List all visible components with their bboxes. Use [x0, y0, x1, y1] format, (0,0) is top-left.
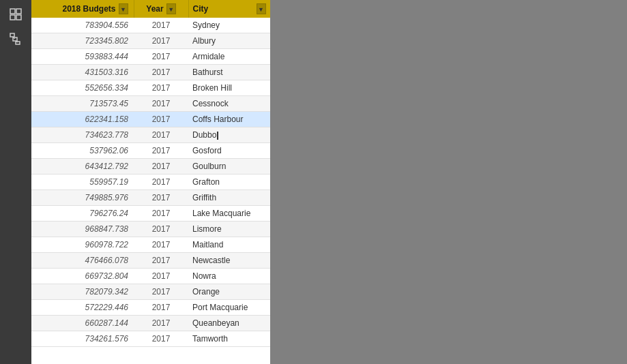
budget-cell: 559957.19	[31, 175, 134, 190]
table-body: 783904.5562017Sydney723345.8022017Albury…	[31, 18, 270, 347]
table-row[interactable]: 734623.7782017Dubbo	[31, 127, 270, 143]
city-cell: Bathurst	[188, 65, 270, 80]
right-panel	[270, 0, 627, 364]
city-cell: Queanbeyan	[188, 316, 270, 331]
year-cell: 2017	[134, 237, 188, 253]
budget-cell: 431503.316	[31, 65, 134, 80]
budget-cell: 643412.792	[31, 159, 134, 175]
city-cell: Armidale	[188, 49, 270, 65]
budget-cell: 593883.444	[31, 49, 134, 65]
budget-cell: 476466.078	[31, 253, 134, 269]
data-table: 2018 Budgets ▼ Year ▼ City ▼	[31, 0, 270, 347]
budget-cell: 968847.738	[31, 222, 134, 237]
table-row[interactable]: 669732.8042017Nowra	[31, 269, 270, 284]
budget-cell: 796276.24	[31, 206, 134, 222]
svg-rect-0	[10, 9, 15, 14]
table-row[interactable]: 431503.3162017Bathurst	[31, 65, 270, 80]
year-cell: 2017	[134, 65, 188, 80]
table-row[interactable]: 593883.4442017Armidale	[31, 49, 270, 65]
year-cell: 2017	[134, 331, 188, 347]
city-cell: Maitland	[188, 237, 270, 253]
budget-cell: 734261.576	[31, 331, 134, 347]
year-cell: 2017	[134, 316, 188, 331]
city-cell: Newcastle	[188, 253, 270, 269]
budget-cell: 960978.722	[31, 237, 134, 253]
svg-rect-3	[16, 15, 21, 20]
city-cell: Coffs Harbour	[188, 112, 270, 127]
table-row[interactable]: 552656.3342017Broken Hill	[31, 80, 270, 96]
year-column-label: Year	[146, 4, 163, 14]
city-cell: Tamworth	[188, 331, 270, 347]
table-row[interactable]: 713573.452017Cessnock	[31, 96, 270, 112]
year-cell: 2017	[134, 300, 188, 316]
city-cell: Broken Hill	[188, 80, 270, 96]
year-cell: 2017	[134, 253, 188, 269]
data-table-container[interactable]: 2018 Budgets ▼ Year ▼ City ▼	[31, 0, 270, 364]
table-header-row: 2018 Budgets ▼ Year ▼ City ▼	[31, 0, 270, 18]
svg-rect-2	[10, 15, 15, 20]
year-cell: 2017	[134, 190, 188, 206]
year-cell: 2017	[134, 143, 188, 159]
budget-cell: 660287.144	[31, 316, 134, 331]
year-cell: 2017	[134, 49, 188, 65]
city-cell: Nowra	[188, 269, 270, 284]
year-cell: 2017	[134, 206, 188, 222]
text-cursor	[217, 132, 218, 140]
table-row[interactable]: 572229.4462017Port Macquarie	[31, 300, 270, 316]
left-panel	[0, 0, 31, 364]
city-cell: Port Macquarie	[188, 300, 270, 316]
year-cell: 2017	[134, 284, 188, 300]
table-row[interactable]: 559957.192017Grafton	[31, 175, 270, 190]
year-cell: 2017	[134, 18, 188, 33]
city-cell: Goulburn	[188, 159, 270, 175]
table-row[interactable]: 660287.1442017Queanbeyan	[31, 316, 270, 331]
table-row[interactable]: 622341.1582017Coffs Harbour	[31, 112, 270, 127]
city-cell: Gosford	[188, 143, 270, 159]
table-row[interactable]: 537962.062017Gosford	[31, 143, 270, 159]
budget-cell: 572229.446	[31, 300, 134, 316]
year-cell: 2017	[134, 80, 188, 96]
year-cell: 2017	[134, 222, 188, 237]
budget-cell: 723345.802	[31, 33, 134, 49]
year-cell: 2017	[134, 96, 188, 112]
table-row[interactable]: 783904.5562017Sydney	[31, 18, 270, 33]
table-row[interactable]: 960978.7222017Maitland	[31, 237, 270, 253]
budgets-dropdown-arrow[interactable]: ▼	[119, 3, 128, 14]
budget-cell: 622341.158	[31, 112, 134, 127]
table-row[interactable]: 782079.3422017Orange	[31, 284, 270, 300]
svg-rect-4	[10, 33, 14, 37]
table-row[interactable]: 749885.9762017Griffith	[31, 190, 270, 206]
year-cell: 2017	[134, 269, 188, 284]
year-dropdown-arrow[interactable]: ▼	[166, 3, 176, 14]
hierarchy-icon[interactable]	[7, 30, 25, 48]
city-cell: Lake Macquarie	[188, 206, 270, 222]
budget-cell: 537962.06	[31, 143, 134, 159]
table-row[interactable]: 476466.0782017Newcastle	[31, 253, 270, 269]
table-row[interactable]: 796276.242017Lake Macquarie	[31, 206, 270, 222]
table-row[interactable]: 734261.5762017Tamworth	[31, 331, 270, 347]
city-cell: Griffith	[188, 190, 270, 206]
city-cell: Cessnock	[188, 96, 270, 112]
budget-cell: 783904.556	[31, 18, 134, 33]
city-cell: Sydney	[188, 18, 270, 33]
budget-cell: 552656.334	[31, 80, 134, 96]
table-row[interactable]: 723345.8022017Albury	[31, 33, 270, 49]
city-cell: Lismore	[188, 222, 270, 237]
city-cell: Albury	[188, 33, 270, 49]
year-cell: 2017	[134, 112, 188, 127]
column-header-budgets[interactable]: 2018 Budgets ▼	[31, 0, 134, 18]
city-column-label: City	[193, 4, 209, 14]
city-cell: Orange	[188, 284, 270, 300]
table-row[interactable]: 968847.7382017Lismore	[31, 222, 270, 237]
year-cell: 2017	[134, 127, 188, 143]
city-dropdown-arrow[interactable]: ▼	[257, 3, 266, 14]
column-header-city[interactable]: City ▼	[188, 0, 270, 18]
budget-cell: 669732.804	[31, 269, 134, 284]
year-cell: 2017	[134, 159, 188, 175]
budget-cell: 749885.976	[31, 190, 134, 206]
budget-cell: 713573.45	[31, 96, 134, 112]
column-header-year[interactable]: Year ▼	[134, 0, 188, 18]
table-row[interactable]: 643412.7922017Goulburn	[31, 159, 270, 175]
grid-icon[interactable]	[7, 5, 25, 23]
year-cell: 2017	[134, 33, 188, 49]
